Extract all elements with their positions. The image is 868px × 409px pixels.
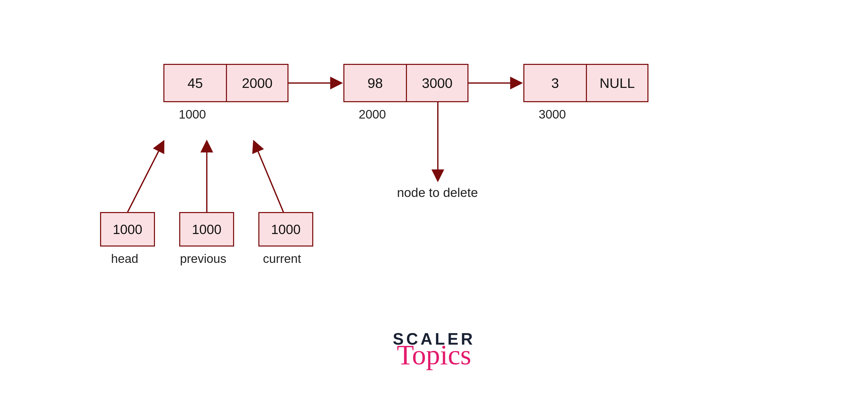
diagram-canvas: 45 2000 1000 98 3000 2000 3 NULL 3000 10…	[0, 0, 868, 409]
logo-line2: Topics	[393, 341, 475, 369]
svg-line-3	[128, 142, 163, 212]
pointer-label: head	[111, 252, 138, 266]
node-data: 98	[344, 65, 406, 101]
delete-annotation: node to delete	[397, 185, 478, 200]
pointer-label: current	[263, 252, 301, 266]
node-address: 3000	[539, 107, 566, 121]
pointer-box-current: 1000	[258, 212, 313, 246]
node-data: 45	[164, 65, 226, 101]
node-data: 3	[524, 65, 586, 101]
linked-list-node: 3 NULL	[523, 64, 648, 102]
scaler-topics-logo: SCALER Topics	[393, 329, 475, 369]
svg-line-5	[254, 142, 283, 212]
linked-list-node: 98 3000	[343, 64, 468, 102]
node-address: 2000	[359, 107, 386, 121]
pointer-box-previous: 1000	[179, 212, 234, 246]
pointer-label: previous	[180, 252, 226, 266]
linked-list-node: 45 2000	[163, 64, 288, 102]
node-address: 1000	[179, 107, 206, 121]
pointer-box-head: 1000	[100, 212, 155, 246]
node-next: NULL	[586, 65, 647, 101]
node-next: 2000	[226, 65, 287, 101]
node-next: 3000	[406, 65, 467, 101]
